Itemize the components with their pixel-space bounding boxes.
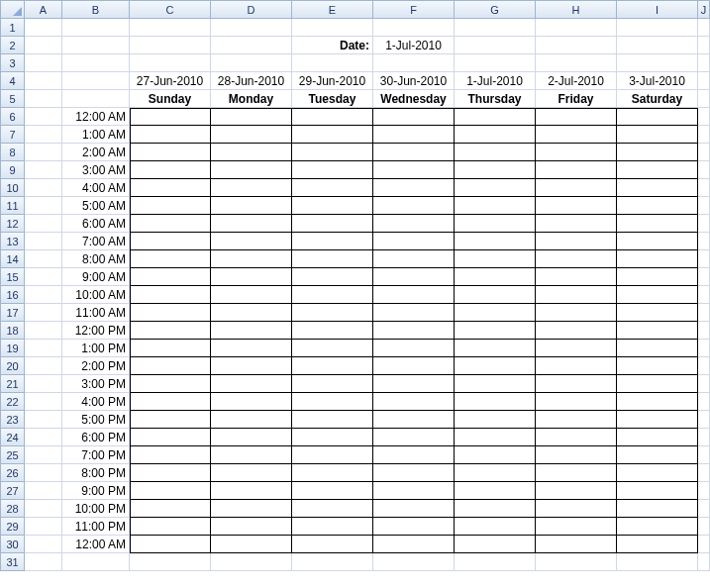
cell-C28[interactable]: [130, 500, 211, 518]
cell-J4[interactable]: [698, 72, 710, 90]
cell-D5[interactable]: Monday: [211, 90, 292, 108]
cell-B9[interactable]: 3:00 AM: [62, 161, 130, 179]
cell-B26[interactable]: 8:00 PM: [62, 464, 130, 482]
cell-E18[interactable]: [292, 322, 373, 340]
select-all-corner[interactable]: [1, 1, 25, 19]
cell-D14[interactable]: [211, 250, 292, 268]
cell-D31[interactable]: [211, 553, 292, 571]
cell-C31[interactable]: [130, 553, 211, 571]
row-header-7[interactable]: 7: [1, 126, 25, 144]
cell-I6[interactable]: [617, 108, 698, 126]
cell-E29[interactable]: [292, 518, 373, 536]
row-header-8[interactable]: 8: [1, 144, 25, 161]
cell-D7[interactable]: [211, 126, 292, 144]
cell-D29[interactable]: [211, 518, 292, 536]
cell-I10[interactable]: [617, 179, 698, 197]
cell-H23[interactable]: [536, 411, 617, 429]
column-header-F[interactable]: F: [373, 1, 455, 19]
cell-A4[interactable]: [25, 72, 62, 90]
cell-D1[interactable]: [211, 19, 292, 37]
cell-C17[interactable]: [130, 304, 211, 322]
cell-H27[interactable]: [536, 482, 617, 500]
cell-D25[interactable]: [211, 446, 292, 464]
cell-B20[interactable]: 2:00 PM: [62, 357, 130, 375]
cell-J15[interactable]: [698, 268, 710, 286]
cell-E8[interactable]: [292, 144, 373, 161]
column-header-H[interactable]: H: [536, 1, 617, 19]
column-header-D[interactable]: D: [211, 1, 292, 19]
cell-C26[interactable]: [130, 464, 211, 482]
cell-H3[interactable]: [536, 54, 617, 72]
cell-G17[interactable]: [455, 304, 536, 322]
cell-J14[interactable]: [698, 250, 710, 268]
cell-D28[interactable]: [211, 500, 292, 518]
cell-G30[interactable]: [455, 536, 536, 553]
cell-I3[interactable]: [617, 54, 698, 72]
cell-E10[interactable]: [292, 179, 373, 197]
cell-F1[interactable]: [373, 19, 455, 37]
cell-H17[interactable]: [536, 304, 617, 322]
cell-B17[interactable]: 11:00 AM: [62, 304, 130, 322]
cell-A23[interactable]: [25, 411, 62, 429]
cell-I28[interactable]: [617, 500, 698, 518]
cell-I30[interactable]: [617, 536, 698, 553]
cell-A9[interactable]: [25, 161, 62, 179]
cell-D24[interactable]: [211, 429, 292, 446]
cell-H11[interactable]: [536, 197, 617, 215]
row-header-1[interactable]: 1: [1, 19, 25, 37]
cell-I17[interactable]: [617, 304, 698, 322]
cell-H8[interactable]: [536, 144, 617, 161]
cell-E3[interactable]: [292, 54, 373, 72]
cell-C5[interactable]: Sunday: [130, 90, 211, 108]
cell-A12[interactable]: [25, 215, 62, 233]
cell-A3[interactable]: [25, 54, 62, 72]
cell-A20[interactable]: [25, 357, 62, 375]
cell-A28[interactable]: [25, 500, 62, 518]
cell-I19[interactable]: [617, 340, 698, 357]
cell-E26[interactable]: [292, 464, 373, 482]
row-header-31[interactable]: 31: [1, 553, 25, 571]
cell-F11[interactable]: [373, 197, 455, 215]
cell-D12[interactable]: [211, 215, 292, 233]
cell-C14[interactable]: [130, 250, 211, 268]
cell-G5[interactable]: Thursday: [455, 90, 536, 108]
cell-F4[interactable]: 30-Jun-2010: [373, 72, 455, 90]
cell-J19[interactable]: [698, 340, 710, 357]
cell-B16[interactable]: 10:00 AM: [62, 286, 130, 304]
cell-E17[interactable]: [292, 304, 373, 322]
cell-G14[interactable]: [455, 250, 536, 268]
cell-G21[interactable]: [455, 375, 536, 393]
cell-D27[interactable]: [211, 482, 292, 500]
cell-H9[interactable]: [536, 161, 617, 179]
cell-F8[interactable]: [373, 144, 455, 161]
cell-F27[interactable]: [373, 482, 455, 500]
row-header-29[interactable]: 29: [1, 518, 25, 536]
cell-B18[interactable]: 12:00 PM: [62, 322, 130, 340]
cell-J2[interactable]: [698, 37, 710, 54]
cell-B31[interactable]: [62, 553, 130, 571]
cell-B5[interactable]: [62, 90, 130, 108]
row-header-6[interactable]: 6: [1, 108, 25, 126]
cell-I21[interactable]: [617, 375, 698, 393]
cell-I1[interactable]: [617, 19, 698, 37]
row-header-9[interactable]: 9: [1, 161, 25, 179]
cell-F29[interactable]: [373, 518, 455, 536]
cell-D22[interactable]: [211, 393, 292, 411]
cell-A5[interactable]: [25, 90, 62, 108]
cell-G8[interactable]: [455, 144, 536, 161]
cell-C16[interactable]: [130, 286, 211, 304]
cell-F19[interactable]: [373, 340, 455, 357]
cell-C22[interactable]: [130, 393, 211, 411]
cell-C27[interactable]: [130, 482, 211, 500]
cell-I26[interactable]: [617, 464, 698, 482]
cell-G22[interactable]: [455, 393, 536, 411]
cell-H5[interactable]: Friday: [536, 90, 617, 108]
cell-J10[interactable]: [698, 179, 710, 197]
cell-H6[interactable]: [536, 108, 617, 126]
cell-E12[interactable]: [292, 215, 373, 233]
cell-F10[interactable]: [373, 179, 455, 197]
cell-F25[interactable]: [373, 446, 455, 464]
cell-J17[interactable]: [698, 304, 710, 322]
row-header-25[interactable]: 25: [1, 446, 25, 464]
cell-A10[interactable]: [25, 179, 62, 197]
